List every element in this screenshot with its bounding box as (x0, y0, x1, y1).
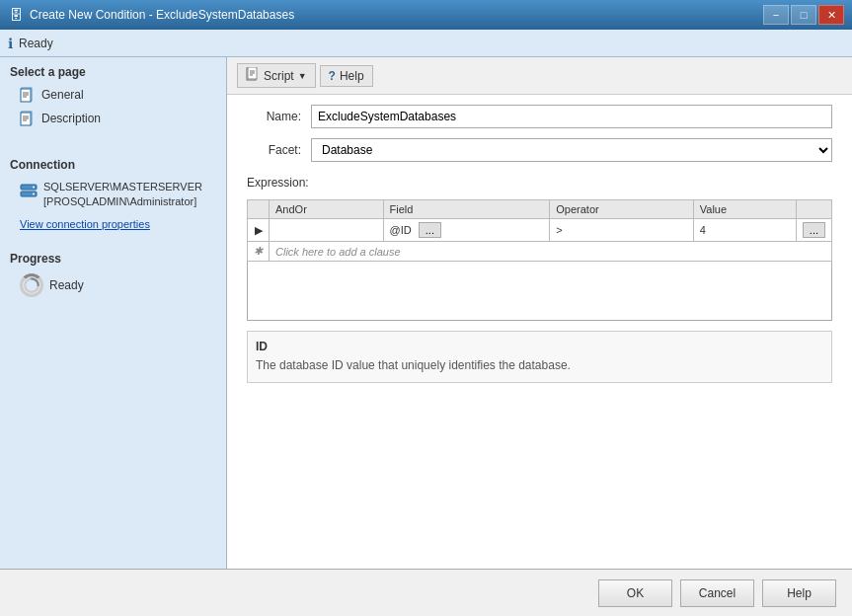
col-operator: Operator (550, 200, 694, 219)
help-toolbar-button[interactable]: ? Help (320, 65, 373, 87)
connection-info: SQLSERVER\MASTERSERVER [PROSQLADMIN\Admi… (0, 176, 226, 214)
expression-table: AndOr Field Operator Value ▶ @ID (247, 199, 832, 321)
new-expression-row: ✱ Click here to add a clause (248, 242, 832, 262)
status-text: Ready (19, 37, 53, 50)
select-page-header: Select a page (0, 57, 226, 83)
view-connection-link[interactable]: View connection properties (0, 214, 226, 234)
app-icon: 🗄 (8, 7, 24, 23)
connection-section: Connection SQLSERVER\MASTERSERVER [PROSQ… (0, 150, 226, 234)
desc-text: The database ID value that uniquely iden… (256, 357, 823, 374)
progress-header: Progress (0, 244, 226, 270)
script-dropdown-arrow: ▼ (298, 71, 307, 81)
right-panel: Script ▼ ? Help Name: Facet: (227, 57, 852, 569)
progress-text: Ready (49, 278, 84, 292)
andor-cell (270, 219, 384, 242)
facet-label: Facet: (247, 143, 301, 157)
body-area: Select a page General (0, 57, 852, 569)
sidebar-item-general[interactable]: General (0, 83, 226, 107)
facet-select[interactable]: Database (311, 138, 832, 162)
script-label: Script (264, 69, 294, 83)
name-row: Name: (247, 105, 832, 128)
description-label: Description (41, 112, 101, 125)
col-arrow (248, 200, 270, 219)
field-cell: @ID ... (383, 219, 550, 242)
col-actions (796, 200, 831, 219)
maximize-button[interactable]: □ (791, 5, 816, 25)
help-icon: ? (329, 69, 336, 83)
cancel-button[interactable]: Cancel (680, 579, 754, 607)
status-icon: ℹ (8, 36, 13, 51)
value-browse-button[interactable]: ... (803, 222, 825, 238)
connection-text: SQLSERVER\MASTERSERVER [PROSQLADMIN\Admi… (43, 180, 202, 210)
description-page-icon (20, 111, 36, 126)
sidebar-item-description[interactable]: Description (0, 107, 226, 130)
col-andor: AndOr (270, 200, 384, 219)
progress-content: Ready (0, 270, 226, 301)
general-label: General (41, 88, 84, 102)
status-bar: ℹ Ready (0, 30, 852, 57)
value-cell: 4 (693, 219, 796, 242)
svg-point-13 (33, 193, 35, 195)
toolbar: Script ▼ ? Help (227, 57, 852, 95)
close-button[interactable]: ✕ (818, 5, 844, 25)
new-row-placeholder[interactable]: Click here to add a clause (270, 242, 832, 262)
expression-label: Expression: (247, 176, 832, 190)
connection-header: Connection (0, 150, 226, 176)
desc-title: ID (256, 340, 823, 353)
row-arrow: ▶ (248, 219, 270, 242)
field-value: @ID (390, 224, 412, 236)
bottom-bar: OK Cancel Help (0, 569, 852, 616)
value-browse-cell: ... (796, 219, 831, 242)
col-field: Field (383, 200, 550, 219)
col-value: Value (693, 200, 796, 219)
description-box: ID The database ID value that uniquely i… (247, 331, 832, 383)
expression-row: ▶ @ID ... > 4 ... (248, 219, 832, 242)
server-icon (20, 182, 38, 203)
script-button[interactable]: Script ▼ (237, 63, 316, 88)
help-button[interactable]: Help (762, 579, 836, 607)
filler-row (248, 262, 832, 321)
progress-section: Progress Ready (0, 244, 226, 301)
main-container: ℹ Ready Select a page General (0, 30, 852, 616)
new-row-asterisk: ✱ (248, 242, 270, 262)
help-label: Help (340, 69, 364, 83)
content-area: Name: Facet: Database Expression: (227, 95, 852, 569)
facet-row: Facet: Database (247, 138, 832, 162)
general-page-icon (20, 87, 36, 103)
ok-button[interactable]: OK (598, 579, 672, 607)
minimize-button[interactable]: − (763, 5, 789, 25)
operator-cell: > (550, 219, 694, 242)
name-label: Name: (247, 110, 301, 123)
progress-spinner (20, 273, 43, 297)
title-bar: 🗄 Create New Condition - ExcludeSystemDa… (0, 0, 852, 30)
window-title: Create New Condition - ExcludeSystemData… (30, 8, 294, 22)
field-browse-button[interactable]: ... (419, 222, 441, 238)
svg-point-12 (33, 187, 35, 189)
name-input[interactable] (311, 105, 832, 128)
script-icon (246, 67, 260, 84)
left-panel: Select a page General (0, 57, 227, 569)
